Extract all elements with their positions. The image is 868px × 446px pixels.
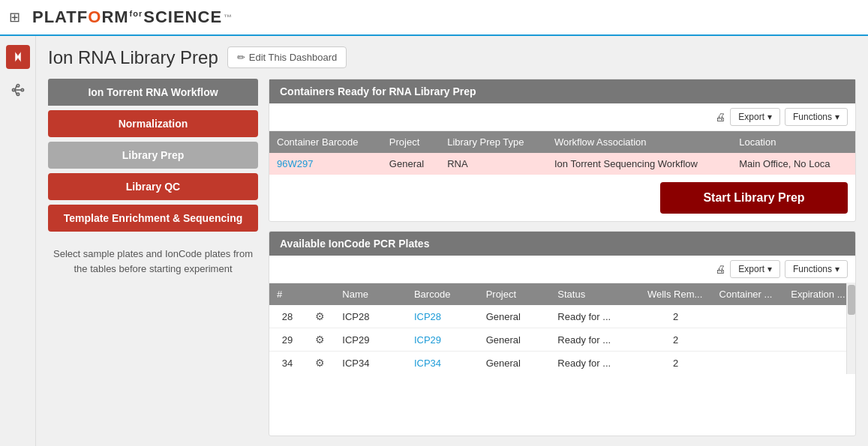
ioncode-table-wrap[interactable]: # Name Barcode Project Status Wells Rem.… xyxy=(269,283,855,374)
col-header-wells: Wells Rem... xyxy=(640,283,712,305)
row-barcode: ICP29 xyxy=(407,328,479,352)
container-workflow-cell: Ion Torrent Sequencing Workflow xyxy=(547,153,731,175)
row-expiry xyxy=(783,352,855,375)
containers-functions-button[interactable]: Functions ▾ xyxy=(785,108,848,126)
gear-icon[interactable]: ⚙ xyxy=(315,334,325,346)
workflow-title: Ion Torrent RNA Workflow xyxy=(48,79,258,106)
network-icon[interactable] xyxy=(6,78,30,102)
gear-icon[interactable]: ⚙ xyxy=(315,357,325,369)
col-header-gear xyxy=(305,283,335,305)
row-wells: 2 xyxy=(640,305,712,328)
row-expiry xyxy=(783,328,855,352)
row-status: Ready for ... xyxy=(550,328,640,352)
ioncode-table: # Name Barcode Project Status Wells Rem.… xyxy=(269,283,855,374)
containers-export-button[interactable]: Export ▾ xyxy=(730,108,780,126)
start-library-prep-button[interactable]: Start Library Prep xyxy=(660,182,848,214)
start-btn-row: Start Library Prep xyxy=(269,175,855,221)
svg-point-2 xyxy=(17,93,19,95)
left-panel: Ion Torrent RNA Workflow Normalization L… xyxy=(48,79,258,436)
container-lib-prep-type-cell: RNA xyxy=(440,153,547,175)
ioncode-barcode-link[interactable]: ICP34 xyxy=(414,358,441,369)
col-header-container: Container ... xyxy=(712,283,784,305)
containers-table: Container Barcode Project Library Prep T… xyxy=(269,131,855,175)
logo-text: PLATFORMforSCIENCE xyxy=(32,7,222,27)
ioncode-barcode-link[interactable]: ICP28 xyxy=(414,311,441,322)
row-expiry xyxy=(783,305,855,328)
library-qc-step-button[interactable]: Library QC xyxy=(48,173,258,200)
col-header-location: Location xyxy=(731,131,855,153)
row-project: General xyxy=(479,305,551,328)
container-project-cell: General xyxy=(382,153,440,175)
edit-dashboard-button[interactable]: ✏ Edit This Dashboard xyxy=(227,46,347,68)
col-header-name: Name xyxy=(335,283,407,305)
col-header-lib-prep-type: Library Prep Type xyxy=(440,131,547,153)
help-text: Select sample plates and IonCode plates … xyxy=(48,247,258,276)
ioncode-section: Available IonCode PCR Plates 🖨 Export ▾ … xyxy=(269,231,856,436)
row-gear[interactable]: ⚙ xyxy=(305,352,335,375)
col-header-workflow: Workflow Association xyxy=(547,131,731,153)
scrollbar-thumb[interactable] xyxy=(848,285,855,315)
svg-line-5 xyxy=(14,90,16,94)
col-header-project: Project xyxy=(382,131,440,153)
gear-icon[interactable]: ⚙ xyxy=(315,310,325,322)
template-enrichment-step-button[interactable]: Template Enrichment & Sequencing xyxy=(48,205,258,232)
row-project: General xyxy=(479,328,551,352)
normalization-step-button[interactable]: Normalization xyxy=(48,110,258,137)
right-panel: Containers Ready for RNA Library Prep 🖨 … xyxy=(269,79,856,436)
ioncode-barcode-link[interactable]: ICP29 xyxy=(414,334,441,346)
row-num: 29 xyxy=(269,328,305,352)
col-header-barcode: Container Barcode xyxy=(269,131,382,153)
container-barcode-cell: 96W297 xyxy=(269,153,382,175)
scrollbar-track[interactable] xyxy=(846,283,855,374)
row-project: General xyxy=(479,352,551,375)
row-container xyxy=(712,305,784,328)
row-gear[interactable]: ⚙ xyxy=(305,328,335,352)
col-header-expiry: Expiration ... xyxy=(783,283,855,305)
row-barcode: ICP34 xyxy=(407,352,479,375)
chevron-down-icon: ▾ xyxy=(767,112,772,122)
workflow-steps: Normalization Library Prep Library QC Te… xyxy=(48,110,258,232)
container-location-cell: Main Office, No Loca xyxy=(731,153,855,175)
row-container xyxy=(712,352,784,375)
dna-icon[interactable] xyxy=(6,45,30,69)
ioncode-toolbar: 🖨 Export ▾ Functions ▾ xyxy=(269,256,855,283)
svg-line-4 xyxy=(14,85,16,90)
ioncode-functions-button[interactable]: Functions ▾ xyxy=(785,260,848,278)
svg-point-1 xyxy=(17,85,19,87)
row-num: 28 xyxy=(269,305,305,328)
ioncode-export-button[interactable]: Export ▾ xyxy=(730,260,780,278)
col-header-project: Project xyxy=(479,283,551,305)
col-header-num: # xyxy=(269,283,305,305)
main-content: Ion RNA Library Prep ✏ Edit This Dashboa… xyxy=(36,36,868,446)
row-status: Ready for ... xyxy=(550,352,640,375)
top-nav: ⊞ PLATFORMforSCIENCE ™ xyxy=(0,0,868,36)
row-container xyxy=(712,328,784,352)
row-barcode: ICP28 xyxy=(407,305,479,328)
left-sidebar xyxy=(0,36,36,446)
logo: PLATFORMforSCIENCE ™ xyxy=(32,7,233,27)
row-name: ICP28 xyxy=(335,305,407,328)
grid-icon[interactable]: ⊞ xyxy=(9,9,20,25)
table-row: 34 ⚙ ICP34 ICP34 General Ready for ... 2 xyxy=(269,352,855,375)
print-icon[interactable]: 🖨 xyxy=(715,111,725,123)
svg-point-0 xyxy=(12,88,14,91)
table-row: 29 ⚙ ICP29 ICP29 General Ready for ... 2 xyxy=(269,328,855,352)
print-icon[interactable]: 🖨 xyxy=(715,263,725,275)
row-status: Ready for ... xyxy=(550,305,640,328)
library-prep-step-button[interactable]: Library Prep xyxy=(48,142,258,169)
table-row: 96W297 General RNA Ion Torrent Sequencin… xyxy=(269,153,855,175)
row-num: 34 xyxy=(269,352,305,375)
container-barcode-link[interactable]: 96W297 xyxy=(277,158,313,169)
chevron-down-icon: ▾ xyxy=(767,264,772,274)
row-name: ICP29 xyxy=(335,328,407,352)
two-column-layout: Ion Torrent RNA Workflow Normalization L… xyxy=(48,79,856,436)
row-wells: 2 xyxy=(640,328,712,352)
chevron-down-icon: ▾ xyxy=(835,112,839,122)
table-row: 28 ⚙ ICP28 ICP28 General Ready for ... 2 xyxy=(269,305,855,328)
col-header-status: Status xyxy=(550,283,640,305)
row-gear[interactable]: ⚙ xyxy=(305,305,335,328)
edit-icon: ✏ xyxy=(237,52,245,63)
col-header-barcode: Barcode xyxy=(407,283,479,305)
containers-section: Containers Ready for RNA Library Prep 🖨 … xyxy=(269,79,856,222)
row-wells: 2 xyxy=(640,352,712,375)
